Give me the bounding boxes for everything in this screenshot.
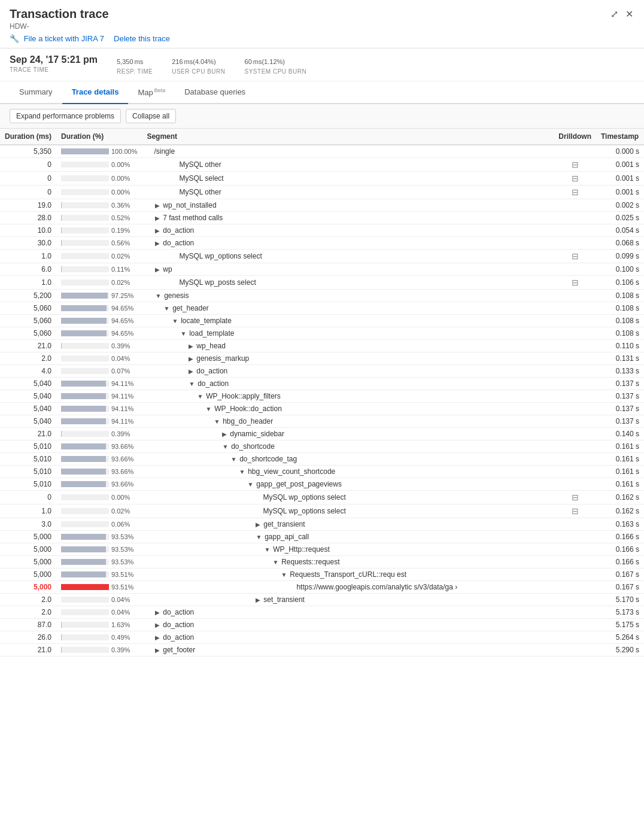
drill-icon[interactable]: ⊟ (572, 174, 579, 183)
table-row: 87.0 1.63% ▶ do_action5.175 s (0, 619, 644, 631)
table-row: 5,060 94.65% ▼ get_header0.108 s (0, 302, 644, 315)
expand-arrow-icon[interactable]: ▼ (239, 469, 247, 475)
cell-duration-ms: 5,040 (0, 403, 56, 415)
expand-arrow-icon[interactable]: ▶ (155, 634, 162, 641)
segment-label: do_shortcode_tag (239, 455, 297, 463)
tab-database-queries[interactable]: Database queries (175, 81, 255, 104)
cell-drilldown (554, 199, 596, 212)
cell-drilldown (554, 606, 596, 619)
drill-icon[interactable]: ⊟ (572, 278, 579, 287)
expand-arrow-icon[interactable]: ▼ (230, 456, 238, 463)
tab-trace-details[interactable]: Trace details (62, 81, 129, 104)
expand-arrow-icon[interactable]: ▼ (197, 393, 205, 400)
expand-arrow-icon[interactable]: ▶ (155, 215, 162, 221)
col-header-segment: Segment (142, 129, 554, 145)
expand-arrow-icon[interactable]: ▼ (155, 293, 163, 299)
table-row: 5,010 93.66% ▼ hbg_view_count_shortcode0… (0, 466, 644, 478)
cell-duration-pct: 94.11% (56, 415, 142, 428)
cell-duration-pct: 94.11% (56, 390, 142, 403)
cell-segment: ▶ set_transient (142, 594, 554, 606)
expand-arrow-icon[interactable]: ▼ (205, 406, 213, 412)
expand-arrow-icon[interactable]: ▼ (163, 305, 171, 312)
cell-duration-pct: 0.00% (56, 186, 142, 199)
drill-icon[interactable]: ⊟ (572, 506, 579, 516)
cell-duration-pct: 100.00% (56, 145, 142, 158)
collapse-all-button[interactable]: Collapse all (126, 109, 176, 123)
table-row: 1.0 0.02% MySQL wp_options select⊟0.099 … (0, 250, 644, 263)
cell-duration-ms: 5,000 (0, 543, 56, 556)
segment-label: wp_head (196, 342, 226, 350)
tab-summary[interactable]: Summary (10, 81, 62, 104)
expand-arrow-icon[interactable]: ▼ (247, 481, 255, 488)
cell-drilldown[interactable]: ⊟ (554, 491, 596, 504)
cell-drilldown (554, 644, 596, 656)
table-header: Duration (ms) Duration (%) Segment Drill… (0, 129, 644, 145)
expand-arrow-icon[interactable]: ▶ (222, 431, 229, 437)
cell-drilldown[interactable]: ⊟ (554, 250, 596, 263)
cell-duration-ms: 10.0 (0, 224, 56, 237)
cell-segment: ▼ gapp_get_post_pageviews (142, 478, 554, 491)
cell-drilldown[interactable]: ⊟ (554, 276, 596, 290)
cell-drilldown[interactable]: ⊟ (554, 158, 596, 172)
expand-arrow-icon[interactable]: ▼ (214, 418, 221, 425)
cell-duration-ms: 0 (0, 158, 56, 172)
expand-arrow-icon[interactable]: ▶ (189, 343, 195, 349)
expand-arrow-icon[interactable]: ▼ (264, 546, 272, 553)
segment-label: MySQL wp_options select (263, 507, 345, 515)
segment-label: Requests::request (281, 558, 339, 566)
cell-timestamp: 0.110 s (596, 340, 644, 352)
expand-arrow-icon[interactable]: ▼ (172, 318, 180, 324)
expand-arrow-icon[interactable]: ▶ (155, 240, 162, 247)
cell-segment: ▶ get_transient (142, 518, 554, 531)
expand-arrow-icon[interactable]: ▶ (155, 647, 162, 653)
cell-duration-pct: 0.36% (56, 199, 142, 212)
expand-arrow-icon[interactable]: ▶ (155, 622, 162, 628)
segment-label: do_action (196, 367, 227, 375)
cell-drilldown[interactable]: ⊟ (554, 172, 596, 186)
segment-label: 7 fast method calls (163, 214, 223, 222)
delete-trace-link[interactable]: Delete this trace (114, 34, 170, 43)
drill-icon[interactable]: ⊟ (572, 251, 579, 261)
cell-drilldown (554, 315, 596, 327)
drill-icon[interactable]: ⊟ (572, 160, 579, 169)
expand-arrow-icon[interactable]: ▶ (189, 368, 195, 375)
cell-duration-ms: 28.0 (0, 212, 56, 224)
segment-label: /single (154, 147, 175, 156)
cell-timestamp: 0.099 s (596, 250, 644, 263)
expand-arrow-icon[interactable]: ▼ (180, 330, 188, 337)
cell-duration-ms: 2.0 (0, 352, 56, 365)
cell-timestamp: 0.137 s (596, 378, 644, 390)
expand-arrow-icon[interactable]: ▶ (155, 202, 162, 209)
expand-arrow-icon[interactable]: ▼ (281, 571, 288, 578)
expand-arrow-icon[interactable]: ▼ (222, 443, 230, 450)
cell-drilldown[interactable]: ⊟ (554, 504, 596, 518)
expand-arrow-icon[interactable]: ▶ (155, 227, 162, 234)
expand-performance-button[interactable]: Expand performance problems (10, 109, 121, 123)
drill-icon[interactable]: ⊟ (572, 187, 579, 197)
expand-arrow-icon[interactable]: ▼ (272, 559, 280, 566)
segment-label: hbg_view_count_shortcode (248, 467, 335, 476)
segment-label: MySQL wp_options select (179, 252, 262, 260)
expand-arrow-icon[interactable]: ▼ (189, 381, 196, 387)
expand-arrow-icon[interactable]: ▼ (256, 534, 263, 540)
cell-drilldown[interactable]: ⊟ (554, 186, 596, 199)
close-icon[interactable]: ✕ (624, 7, 634, 21)
expand-arrow-icon[interactable]: ▶ (189, 355, 195, 362)
cell-duration-ms: 5,040 (0, 378, 56, 390)
cell-duration-pct: 0.39% (56, 428, 142, 440)
table-row: 2.0 0.04% ▶ do_action5.173 s (0, 606, 644, 619)
drill-icon[interactable]: ⊟ (572, 492, 579, 502)
expand-arrow-icon[interactable]: ▶ (155, 266, 162, 273)
expand-arrow-icon[interactable]: ▶ (256, 597, 262, 603)
cell-segment: ▶ 7 fast method calls (142, 212, 554, 224)
expand-icon[interactable]: ⤢ (609, 7, 619, 21)
expand-arrow-icon[interactable]: ▶ (256, 521, 262, 528)
tab-map[interactable]: MapBeta (128, 81, 175, 104)
expand-arrow-icon[interactable]: ▶ (155, 609, 162, 616)
table-row: 1.0 0.02% MySQL wp_posts select⊟0.106 s (0, 276, 644, 290)
cell-timestamp: 0.161 s (596, 466, 644, 478)
cell-duration-pct: 93.51% (56, 568, 142, 581)
segment-label: hbg_do_header (223, 417, 273, 425)
cell-drilldown (554, 478, 596, 491)
file-ticket-link[interactable]: 🔧 File a ticket with JIRA 7 (10, 34, 104, 43)
